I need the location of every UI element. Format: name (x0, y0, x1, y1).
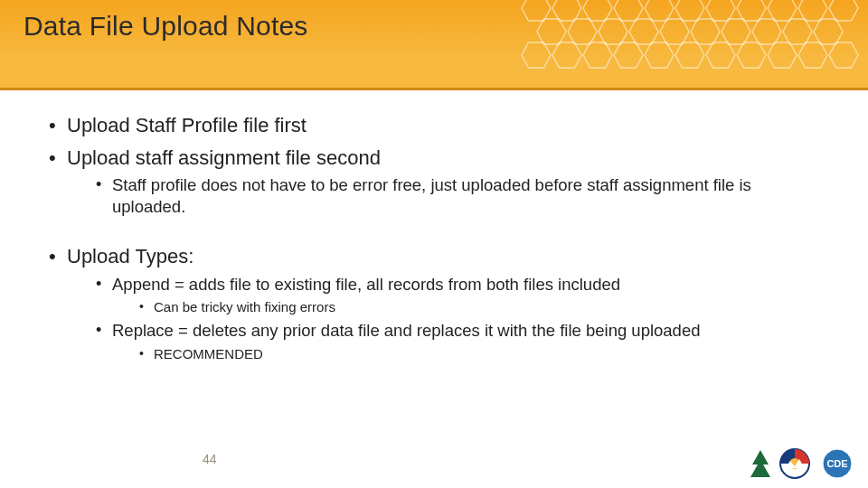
hex-pattern-icon (521, 0, 864, 85)
bullet-lvl3: RECOMMENDED (136, 345, 823, 363)
bullet-lvl1: Upload staff assignment file second Staf… (45, 145, 823, 219)
bullet-lvl3: Can be tricky with fixing errors (136, 298, 823, 316)
page-number: 44 (203, 452, 217, 466)
bullet-text: Upload Types: (67, 245, 193, 267)
svg-marker-0 (750, 450, 770, 477)
header-band: Data File Upload Notes (0, 0, 868, 90)
bullet-text: Staff profile does not have to be error … (112, 175, 751, 216)
bullet-lvl2: Staff profile does not have to be error … (92, 174, 823, 218)
cde-badge-icon: CDE (819, 448, 855, 479)
svg-text:CDE: CDE (826, 458, 847, 469)
bullet-text: Upload Staff Profile file first (67, 114, 307, 136)
bullet-lvl2: Append = adds file to existing file, all… (92, 274, 823, 316)
bullet-lvl1: Upload Types: Append = adds file to exis… (45, 243, 823, 362)
content: Upload Staff Profile file first Upload s… (45, 107, 823, 369)
bullet-lvl1: Upload Staff Profile file first (45, 112, 823, 139)
bullet-text: Append = adds file to existing file, all… (112, 275, 620, 294)
bullet-text: Replace = deletes any prior data file an… (112, 321, 701, 340)
tree-logo-icon (750, 450, 770, 477)
colorado-logo-icon (779, 448, 810, 479)
slide: Data File Upload Notes (0, 0, 868, 488)
bullet-text: Can be tricky with fixing errors (154, 299, 335, 314)
bullet-lvl2: Replace = deletes any prior data file an… (92, 320, 823, 362)
page-title: Data File Upload Notes (24, 11, 308, 42)
footer-logos: CDE (750, 448, 855, 479)
bullet-text: Upload staff assignment file second (67, 146, 381, 169)
bullet-text: RECOMMENDED (154, 346, 263, 361)
